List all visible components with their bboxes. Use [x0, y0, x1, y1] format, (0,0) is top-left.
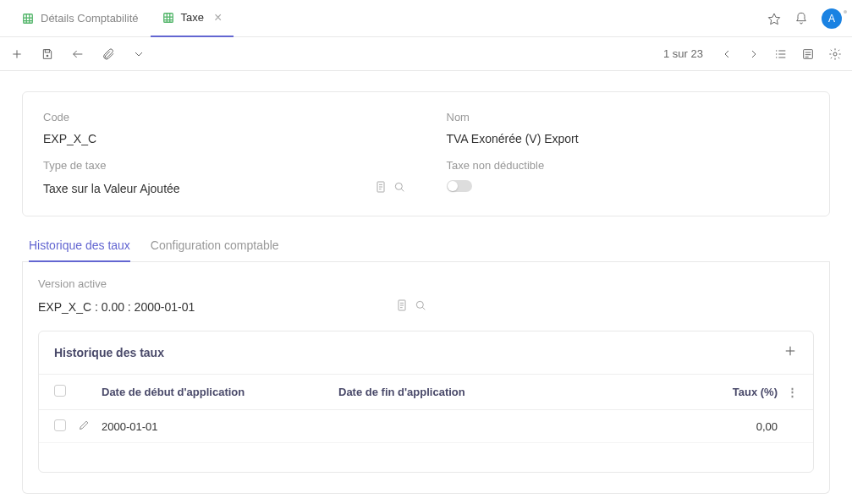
subtab-label: Configuration comptable: [151, 238, 279, 252]
grid-card: Historique des taux Date de début d'appl…: [38, 331, 814, 473]
bell-icon[interactable]: [794, 12, 808, 25]
grid-header: Historique des taux: [39, 331, 813, 375]
edit-row-icon[interactable]: [78, 419, 102, 434]
field-taxtype: Type de taxe Taxe sur la Valeur Ajoutée: [43, 159, 406, 197]
svg-point-21: [776, 57, 777, 58]
tab-taxe[interactable]: Taxe ×: [151, 0, 234, 37]
field-value[interactable]: EXP_X_C : 0.00 : 2000-01-01: [38, 300, 395, 314]
back-icon[interactable]: [71, 47, 85, 61]
subtab-config[interactable]: Configuration comptable: [151, 230, 279, 261]
svg-line-32: [401, 189, 404, 191]
save-icon[interactable]: [41, 47, 54, 61]
table-row[interactable]: 2000-01-01 0,00: [39, 410, 813, 443]
dropdown-icon[interactable]: [132, 47, 146, 61]
field-label: Code: [43, 111, 406, 123]
details-icon[interactable]: [395, 299, 409, 315]
attachment-icon[interactable]: [102, 47, 115, 61]
chevron-right-icon[interactable]: [747, 47, 761, 61]
gear-icon[interactable]: [828, 47, 842, 61]
field-value[interactable]: EXP_X_C: [43, 132, 406, 145]
svg-rect-5: [163, 13, 173, 22]
svg-line-38: [422, 307, 425, 310]
list-view-icon[interactable]: [774, 47, 788, 61]
col-end-header[interactable]: Date de fin d'application: [338, 386, 575, 398]
form-row: Code EXP_X_C Nom TVA Exonérée (V) Export: [43, 111, 809, 145]
col-rate-header[interactable]: Taux (%): [575, 386, 784, 398]
cell-start: 2000-01-01: [102, 420, 338, 433]
col-check: [54, 385, 78, 399]
toggle-nondeductible[interactable]: [447, 180, 472, 192]
field-value[interactable]: Taxe sur la Valeur Ajoutée: [43, 182, 374, 195]
grid-title: Historique des taux: [54, 346, 783, 359]
grid-icon: [162, 12, 174, 24]
svg-point-31: [395, 183, 402, 189]
field-label: Taxe non déductible: [447, 159, 810, 172]
svg-point-20: [776, 53, 777, 54]
form-row: Type de taxe Taxe sur la Valeur Ajoutée …: [43, 159, 809, 197]
star-icon[interactable]: [767, 12, 781, 25]
avatar-letter: A: [828, 13, 835, 25]
col-menu-icon[interactable]: ⋮: [784, 386, 798, 398]
chevron-left-icon[interactable]: [720, 47, 734, 61]
field-name: Nom TVA Exonérée (V) Export: [447, 111, 810, 145]
svg-point-14: [47, 54, 49, 57]
field-code: Code EXP_X_C: [43, 111, 406, 145]
svg-rect-0: [24, 14, 33, 23]
search-icon[interactable]: [414, 299, 427, 315]
add-row-icon[interactable]: [783, 343, 798, 362]
tab-details-comptabilite[interactable]: Détails Comptabilité: [10, 0, 151, 37]
checkbox-row[interactable]: [54, 419, 66, 431]
field-label: Nom: [447, 111, 810, 123]
svg-point-26: [833, 52, 837, 56]
toolbar: 1 sur 23: [0, 37, 852, 71]
close-icon[interactable]: ×: [214, 11, 222, 25]
toolbar-left: [10, 47, 146, 61]
field-version: Version active EXP_X_C : 0.00 : 2000-01-…: [38, 277, 427, 315]
tabs: Détails Comptabilité Taxe ×: [10, 0, 767, 37]
col-start-header[interactable]: Date de début d'application: [102, 386, 338, 398]
tab-bar: Détails Comptabilité Taxe × A: [0, 0, 852, 37]
top-actions: A: [767, 8, 842, 29]
form-card: Code EXP_X_C Nom TVA Exonérée (V) Export…: [22, 91, 830, 216]
table-header: Date de début d'application Date de fin …: [39, 375, 813, 410]
sub-card: Version active EXP_X_C : 0.00 : 2000-01-…: [22, 262, 830, 494]
subtab-history[interactable]: Historique des taux: [29, 230, 130, 262]
toolbar-right: 1 sur 23: [663, 47, 842, 61]
grid-icon: [22, 13, 34, 25]
tab-label: Détails Comptabilité: [41, 12, 139, 25]
svg-point-19: [776, 50, 777, 51]
pager-text: 1 sur 23: [663, 47, 703, 60]
form-view-icon[interactable]: [801, 47, 815, 61]
cell-rate: 0,00: [575, 420, 784, 433]
subtab-label: Historique des taux: [29, 238, 130, 252]
table-empty-space: [39, 443, 813, 472]
checkbox-all[interactable]: [54, 385, 66, 397]
details-icon[interactable]: [374, 180, 388, 197]
tab-label: Taxe: [181, 11, 204, 24]
field-value[interactable]: TVA Exonérée (V) Export: [447, 132, 810, 145]
field-label: Type de taxe: [43, 159, 406, 172]
svg-marker-10: [768, 14, 779, 25]
form-area: Code EXP_X_C Nom TVA Exonérée (V) Export…: [0, 71, 852, 494]
add-icon[interactable]: [10, 47, 24, 61]
field-nondeductible: Taxe non déductible: [447, 159, 810, 197]
search-icon[interactable]: [393, 180, 406, 197]
svg-rect-13: [45, 49, 49, 52]
avatar[interactable]: A: [822, 8, 842, 29]
field-label: Version active: [38, 277, 427, 290]
svg-point-37: [416, 301, 423, 308]
col-check: [54, 419, 78, 434]
sub-tabs: Historique des taux Configuration compta…: [22, 230, 830, 262]
